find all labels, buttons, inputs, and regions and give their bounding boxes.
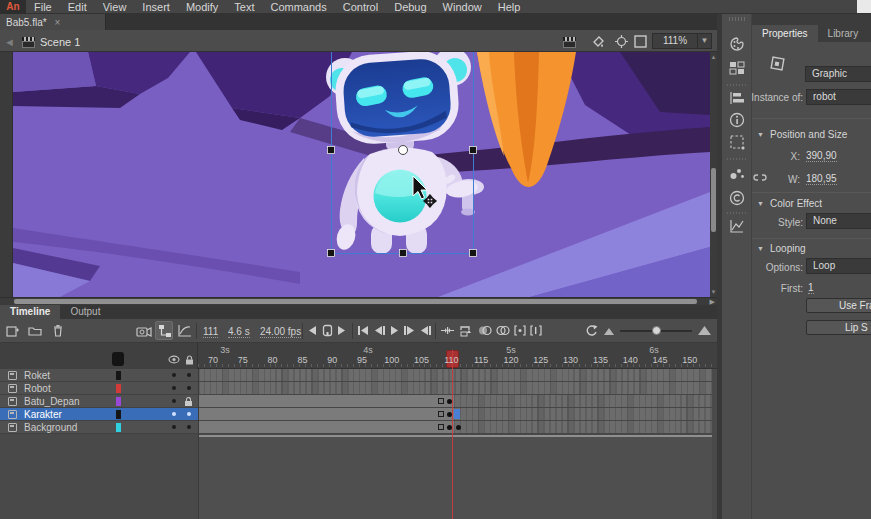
play-icon[interactable] (390, 326, 399, 335)
layer-row-batu_depan[interactable]: Batu_Depan (0, 395, 198, 408)
menu-control[interactable]: Control (335, 0, 386, 14)
edit-multiple-frames-icon[interactable] (514, 325, 526, 336)
frame-track-robot[interactable] (198, 382, 712, 395)
new-layer-icon[interactable] (6, 325, 20, 337)
layer-visibility-dot[interactable] (172, 399, 176, 403)
menu-modify[interactable]: Modify (178, 0, 226, 14)
new-folder-icon[interactable] (28, 326, 42, 336)
layer-outline-color[interactable] (116, 384, 121, 393)
first-frame-value[interactable]: 1 (808, 282, 814, 294)
layer-outline-color[interactable] (116, 410, 121, 419)
menu-debug[interactable]: Debug (386, 0, 434, 14)
frame-track-batu_depan[interactable] (198, 395, 712, 408)
panel-tab-properties[interactable]: Properties (752, 25, 818, 42)
looping-section-caret[interactable]: ▼ (757, 245, 764, 252)
layer-name[interactable]: Batu_Depan (24, 396, 80, 407)
timeline-zoom-knob[interactable] (652, 326, 661, 335)
zoom-out-frames-icon[interactable] (604, 328, 614, 335)
lip-sync-button[interactable]: Lip S (806, 320, 871, 335)
clip-content-icon[interactable] (634, 35, 647, 48)
step-back-icon[interactable] (308, 326, 317, 335)
timeline-tab-output[interactable]: Output (60, 305, 110, 319)
layer-lock-dot[interactable] (187, 412, 191, 416)
loop-range-icon[interactable] (322, 324, 333, 337)
layer-name[interactable]: Robot (24, 383, 51, 394)
frame-rate-value[interactable]: 24.00 fps (260, 326, 301, 338)
menu-view[interactable]: View (95, 0, 135, 14)
layer-visibility-dot[interactable] (172, 412, 176, 416)
next-frame-icon[interactable] (404, 326, 415, 335)
w-value[interactable]: 180,95 (806, 173, 837, 185)
frame-track-karakter[interactable] (198, 408, 712, 421)
stage-vscrollbar[interactable]: ▲ ▼ (710, 52, 717, 297)
layer-row-background[interactable]: Background (0, 421, 198, 434)
scroll-up-icon[interactable]: ▲ (710, 54, 717, 60)
color-section-caret[interactable]: ▼ (757, 200, 764, 207)
stage-hscrollbar[interactable]: ▶ (0, 297, 717, 305)
layer-outline-color[interactable] (116, 397, 121, 406)
go-last-frame-icon[interactable] (420, 326, 431, 335)
symbol-type-select[interactable]: Graphic (805, 66, 871, 82)
edit-scene-icon[interactable] (563, 37, 576, 48)
go-first-frame-icon[interactable] (358, 326, 369, 335)
layer-lock-dot[interactable] (187, 425, 191, 429)
show-parenting-icon[interactable] (155, 321, 173, 340)
center-stage-icon[interactable] (615, 35, 628, 48)
loop-options-select[interactable]: Loop (806, 258, 871, 274)
swatches-panel-icon[interactable] (729, 60, 745, 76)
menu-commands[interactable]: Commands (262, 0, 334, 14)
step-forward-icon[interactable] (337, 326, 346, 335)
eye-column-icon[interactable] (168, 355, 180, 364)
position-section-caret[interactable]: ▼ (757, 131, 764, 138)
vscroll-thumb[interactable] (711, 168, 716, 232)
brush-library-panel-icon[interactable] (729, 165, 745, 181)
scroll-down-icon[interactable]: ▼ (710, 289, 717, 295)
layer-lock-dot[interactable] (187, 373, 191, 377)
modify-markers-icon[interactable] (530, 325, 542, 336)
scene-breadcrumb[interactable]: Scene 1 (40, 36, 80, 48)
cc-libraries-panel-icon[interactable] (729, 190, 745, 206)
app-logo[interactable]: An (0, 0, 26, 14)
onion-skin-icon[interactable] (478, 325, 492, 336)
layer-name[interactable]: Karakter (24, 409, 62, 420)
transform-panel-icon[interactable] (729, 134, 745, 150)
info-panel-icon[interactable] (729, 112, 745, 128)
back-arrow-icon[interactable]: ◄ (4, 36, 15, 48)
stage-canvas[interactable] (13, 52, 710, 297)
layer-row-robot[interactable]: Robot (0, 382, 198, 395)
zoom-level-select[interactable]: 111% ▼ (652, 33, 712, 49)
frame-track-roket[interactable] (198, 369, 712, 382)
lock-column-icon[interactable] (185, 355, 194, 365)
zoom-caret-icon[interactable]: ▼ (697, 34, 711, 48)
delete-layer-icon[interactable] (52, 324, 64, 337)
menu-help[interactable]: Help (490, 0, 529, 14)
zoom-in-frames-icon[interactable] (698, 326, 711, 335)
layer-lock-icon[interactable] (185, 397, 192, 406)
stage-vscrollbar-left[interactable] (0, 52, 13, 297)
loop-playback-icon[interactable] (458, 324, 472, 337)
layer-visibility-dot[interactable] (172, 373, 176, 377)
link-width-height-icon[interactable] (753, 172, 767, 183)
frame-track-background[interactable] (198, 421, 712, 434)
color-effect-header[interactable]: Color Effect (770, 198, 822, 209)
menu-text[interactable]: Text (226, 0, 262, 14)
looping-header[interactable]: Looping (770, 243, 806, 254)
layer-name[interactable]: Roket (24, 370, 50, 381)
layer-row-roket[interactable]: Roket (0, 369, 198, 382)
style-select[interactable]: None (806, 213, 871, 229)
edit-symbols-icon[interactable] (591, 34, 606, 48)
menu-insert[interactable]: Insert (134, 0, 178, 14)
graph-editor-icon[interactable] (178, 324, 192, 337)
layer-lock-dot[interactable] (187, 386, 191, 390)
onion-outline-icon[interactable] (496, 325, 510, 336)
camera-icon[interactable] (136, 325, 152, 337)
layer-outline-color[interactable] (116, 423, 121, 432)
prev-frame-icon[interactable] (374, 326, 385, 335)
menu-edit[interactable]: Edit (60, 0, 95, 14)
motion-presets-panel-icon[interactable] (729, 218, 745, 234)
document-tab[interactable]: Bab5.fla* × (0, 14, 106, 30)
current-frame-value[interactable]: 111 (203, 326, 218, 338)
tab-close-icon[interactable]: × (55, 17, 61, 28)
align-panel-icon[interactable] (729, 90, 745, 106)
panel-grip[interactable] (729, 17, 745, 21)
